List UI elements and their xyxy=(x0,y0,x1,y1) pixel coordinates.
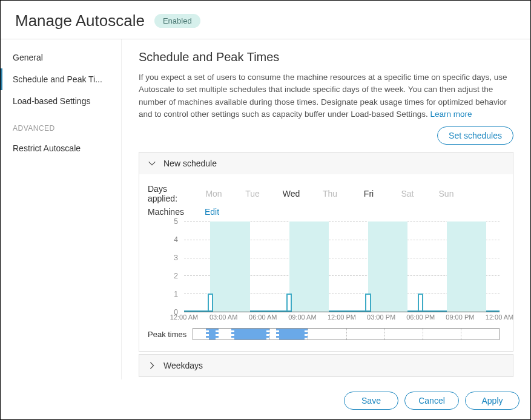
panel-title: Weekdays xyxy=(163,361,203,370)
set-schedules-button[interactable]: Set schedules xyxy=(437,126,513,145)
status-badge: Enabled xyxy=(154,14,200,28)
chart-bar xyxy=(208,294,213,312)
sidebar-item-schedule[interactable]: Schedule and Peak Ti... xyxy=(1,68,121,90)
chevron-down-icon xyxy=(148,159,156,168)
x-tick: 09:00 AM xyxy=(288,313,316,321)
new-schedule-panel-header[interactable]: New schedule xyxy=(139,153,513,174)
save-button[interactable]: Save xyxy=(344,392,398,410)
peak-divider xyxy=(308,329,308,340)
peak-divider xyxy=(423,329,423,340)
y-tick: 4 xyxy=(174,235,178,244)
sidebar-item-general[interactable]: General xyxy=(1,47,121,68)
sidebar-section-advanced: ADVANCED xyxy=(1,112,121,137)
chart-bar xyxy=(365,294,371,312)
chart-bar xyxy=(286,294,292,312)
sidebar-item-load-settings[interactable]: Load-based Settings xyxy=(1,90,121,112)
x-tick: 12:00 PM xyxy=(328,313,356,321)
day-fri: Fri xyxy=(360,189,378,199)
x-tick: 12:00 AM xyxy=(486,313,513,321)
x-tick: 06:00 PM xyxy=(406,313,435,321)
x-tick: 09:00 PM xyxy=(446,313,474,321)
day-tue: Tue xyxy=(243,189,262,199)
day-mon: Mon xyxy=(205,189,223,199)
shaded-band xyxy=(210,221,249,312)
shaded-band xyxy=(289,221,329,312)
day-sat: Sat xyxy=(398,189,417,199)
weekdays-panel: Weekdays xyxy=(139,354,513,377)
shaded-band xyxy=(447,221,486,312)
day-thu: Thu xyxy=(321,189,339,199)
days-list: MonTueWedThuFriSatSun xyxy=(205,189,455,199)
x-tick: 03:00 PM xyxy=(367,313,395,321)
peak-block[interactable] xyxy=(206,329,219,340)
edit-machines-link[interactable]: Edit xyxy=(205,207,219,217)
peak-divider xyxy=(461,329,461,340)
machines-chart: 012345 12:00 AM03:00 AM06:00 AM09:00 AM1… xyxy=(148,221,504,324)
peak-divider xyxy=(384,329,385,340)
shaded-band xyxy=(368,221,407,312)
section-description: If you expect a set of users to consume … xyxy=(139,71,513,120)
peak-times-track[interactable] xyxy=(193,328,500,340)
days-applied-label: Days applied: xyxy=(148,184,197,203)
sidebar: General Schedule and Peak Ti... Load-bas… xyxy=(1,39,122,379)
peak-divider xyxy=(269,329,270,340)
x-tick: 03:00 AM xyxy=(209,313,237,321)
sidebar-item-restrict[interactable]: Restrict Autoscale xyxy=(1,137,121,159)
day-wed: Wed xyxy=(282,189,300,199)
y-tick: 3 xyxy=(174,254,178,262)
y-tick: 1 xyxy=(174,290,178,298)
cancel-button[interactable]: Cancel xyxy=(404,392,459,410)
chevron-right-icon xyxy=(148,361,156,370)
day-sun: Sun xyxy=(437,189,455,199)
weekdays-panel-header[interactable]: Weekdays xyxy=(139,355,513,376)
y-tick: 2 xyxy=(174,272,178,280)
y-tick: 5 xyxy=(174,217,178,226)
peak-block[interactable] xyxy=(231,329,269,340)
peak-times-label: Peak times xyxy=(148,330,193,339)
section-heading: Schedule and Peak Times xyxy=(139,50,513,64)
x-tick: 06:00 AM xyxy=(249,313,277,321)
x-tick: 12:00 AM xyxy=(170,313,198,321)
peak-block[interactable] xyxy=(276,329,308,340)
machines-label: Machines xyxy=(148,207,197,217)
chart-bar xyxy=(418,294,423,312)
apply-button[interactable]: Apply xyxy=(465,392,519,410)
learn-more-link[interactable]: Learn more xyxy=(430,110,472,119)
page-title: Manage Autoscale xyxy=(15,11,145,30)
peak-divider xyxy=(346,329,347,340)
new-schedule-panel: New schedule Days applied: MonTueWedThuF… xyxy=(139,152,513,352)
panel-title: New schedule xyxy=(163,159,217,168)
